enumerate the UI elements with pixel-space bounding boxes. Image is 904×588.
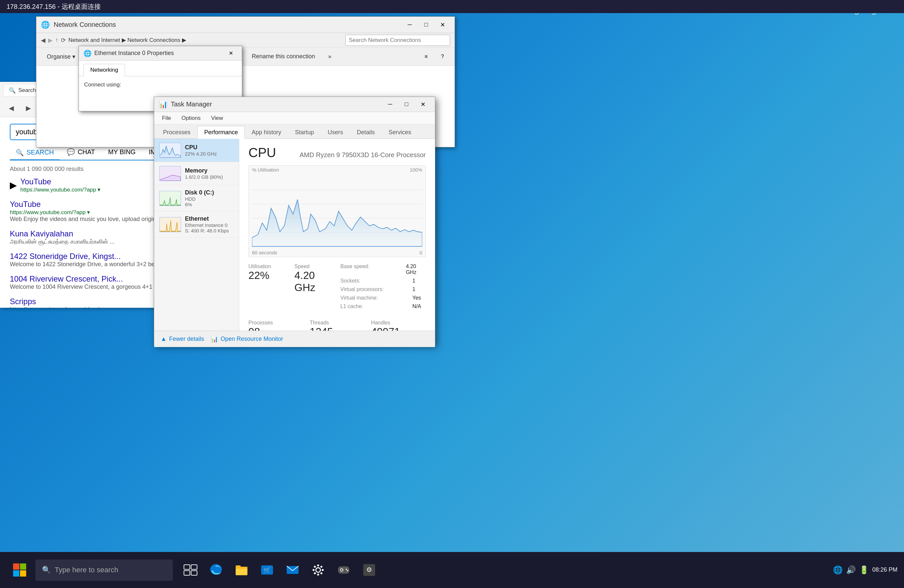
taskbar-app-extra[interactable]: ⚙ — [357, 558, 381, 582]
task-manager-window: 📊 Task Manager ─ □ ✕ File Options View P… — [154, 96, 435, 345]
l1-cache-value: N/A — [412, 303, 421, 310]
store-icon: 🛒 — [260, 563, 274, 577]
memory-mini-graph — [160, 166, 181, 181]
threads-label: Threads — [310, 320, 364, 326]
connect-using-label: Connect using: — [84, 82, 237, 88]
breadcrumb: Network and Internet ▶ Network Connectio… — [68, 37, 186, 44]
nav-back-icon[interactable]: ◀ — [41, 37, 46, 44]
edge-icon — [209, 563, 223, 577]
sockets-label: Sockets: — [340, 278, 406, 284]
tm-menu-options[interactable]: Options — [177, 113, 205, 123]
tm-device-cpu[interactable]: CPU 22% 4.20 GHz — [154, 139, 239, 162]
open-resource-monitor-button[interactable]: 📊 Open Resource Monitor — [211, 335, 283, 343]
spec-sockets: Sockets: 1 — [340, 278, 426, 284]
nav-up-icon[interactable]: ↑ — [55, 37, 58, 44]
tray-volume-icon[interactable]: 🔊 — [846, 566, 856, 575]
virtual-processors-value: 1 — [412, 286, 415, 292]
base-speed-label: Base speed: — [340, 264, 399, 275]
nav-forward-icon[interactable]: ▶ — [48, 37, 53, 44]
stat-utilisation: Utilisation 22% — [248, 262, 288, 313]
nav-refresh-icon[interactable]: ⟳ — [61, 37, 66, 44]
tray-battery-icon[interactable]: 🔋 — [859, 566, 869, 575]
tm-window-controls: ─ □ ✕ — [382, 99, 430, 110]
taskbar-app-mail[interactable] — [281, 558, 304, 582]
taskbar-app-explorer[interactable] — [230, 558, 253, 582]
tm-tab-startup[interactable]: Startup — [288, 126, 321, 139]
search-tab-mybing[interactable]: MY BING — [102, 145, 141, 158]
browser-back-button[interactable]: ◀ — [4, 101, 18, 115]
memory-mini-svg — [160, 166, 181, 181]
eth-close-button[interactable]: ✕ — [224, 49, 237, 58]
remote-title-text: 178.236.247.156 - 远程桌面连接 — [6, 2, 101, 11]
tm-tab-apphistory[interactable]: App history — [245, 126, 288, 139]
svg-text:⚙: ⚙ — [366, 566, 372, 573]
tm-menu-file[interactable]: File — [157, 113, 175, 123]
spec-virtual-processors: Virtual processors: 1 — [340, 286, 426, 292]
settings-icon — [311, 563, 326, 577]
svg-rect-5 — [20, 563, 26, 570]
tm-device-disk[interactable]: Disk 0 (C:) HDD 6% — [154, 185, 239, 212]
featured-result-title[interactable]: YouTube — [20, 177, 101, 186]
rename-button[interactable]: Rename this connection — [246, 50, 321, 63]
featured-result-url: https://www.youtube.com/?app ▾ — [20, 186, 101, 193]
chart-x-label: 60 seconds — [252, 250, 277, 255]
search-tab-search[interactable]: 🔍 SEARCH — [10, 145, 60, 160]
taskbar-search-area[interactable]: 🔍 Type here to search — [35, 560, 173, 581]
svg-point-17 — [316, 568, 321, 572]
fewer-details-button[interactable]: ▲ Fewer details — [161, 335, 204, 343]
mail-icon — [285, 563, 300, 577]
disk-type: HDD — [185, 196, 234, 202]
base-speed-value: 4.20 GHz — [406, 264, 426, 275]
taskbar-app-store[interactable]: 🛒 — [255, 558, 279, 582]
network-search-input[interactable] — [345, 35, 450, 46]
ethernet-device-info: Ethernet Ethernet Instance 0 S: 400 R: 4… — [185, 215, 234, 234]
handles-label: Handles — [371, 320, 426, 326]
svg-point-22 — [314, 566, 316, 568]
cpu-main-chart-svg — [249, 166, 425, 257]
taskbar-app-game[interactable] — [332, 558, 356, 582]
tm-tab-details[interactable]: Details — [350, 126, 382, 139]
tray-network-icon[interactable]: 🌐 — [833, 566, 843, 575]
browser-forward-button[interactable]: ▶ — [21, 101, 35, 115]
more-button[interactable]: » — [322, 50, 337, 63]
svg-point-20 — [313, 569, 315, 571]
game-icon — [337, 563, 351, 577]
help-button[interactable]: ? — [435, 51, 450, 62]
taskbar-app-settings[interactable] — [307, 558, 330, 582]
search-tab-label: SEARCH — [27, 149, 54, 156]
youtube-favicon: ▶ — [10, 180, 17, 191]
tm-device-ethernet[interactable]: Ethernet Ethernet Instance 0 S: 400 R: 4… — [154, 212, 239, 238]
close-button[interactable]: ✕ — [435, 19, 450, 30]
tm-menubar: File Options View — [154, 112, 435, 125]
taskview-icon — [183, 563, 198, 577]
tm-menu-view[interactable]: View — [207, 113, 228, 123]
tm-body: CPU 22% 4.20 GHz Memory 1.6/2.0 GB (80%) — [154, 139, 435, 331]
tm-tab-processes[interactable]: Processes — [156, 126, 198, 139]
tm-close-button[interactable]: ✕ — [415, 99, 430, 110]
taskbar-app-edge[interactable] — [204, 558, 228, 582]
speed-label: Speed — [295, 264, 334, 269]
cpu-usage: 22% 4.20 GHz — [185, 151, 234, 156]
taskbar-app-taskview[interactable] — [179, 558, 202, 582]
tm-tab-users[interactable]: Users — [321, 126, 350, 139]
view-toggle-button[interactable]: ≡ — [419, 51, 434, 62]
svg-point-29 — [347, 570, 348, 571]
organise-button[interactable]: Organise ▾ — [41, 50, 81, 63]
processes-label: Processes — [248, 320, 303, 326]
start-button[interactable] — [6, 558, 33, 582]
tm-device-memory[interactable]: Memory 1.6/2.0 GB (80%) — [154, 162, 239, 185]
tm-maximize-button[interactable]: □ — [399, 99, 414, 110]
eth-tab-networking[interactable]: Networking — [84, 64, 125, 76]
svg-rect-9 — [191, 565, 197, 569]
tm-tab-performance[interactable]: Performance — [198, 126, 245, 139]
search-tab-chat[interactable]: 💬 CHAT — [61, 145, 101, 158]
maximize-button[interactable]: □ — [419, 19, 434, 30]
svg-rect-10 — [184, 571, 190, 575]
taskbar-tray: 🌐 🔊 🔋 08:26 PM — [833, 566, 898, 575]
tray-clock[interactable]: 08:26 PM — [872, 566, 898, 574]
memory-usage: 1.6/2.0 GB (80%) — [185, 174, 234, 180]
eth-dialog-titlebar: 🌐 Ethernet Instance 0 Properties ✕ — [79, 46, 242, 60]
minimize-button[interactable]: ─ — [402, 19, 417, 30]
tm-minimize-button[interactable]: ─ — [382, 99, 398, 110]
tm-tab-services[interactable]: Services — [382, 126, 418, 139]
